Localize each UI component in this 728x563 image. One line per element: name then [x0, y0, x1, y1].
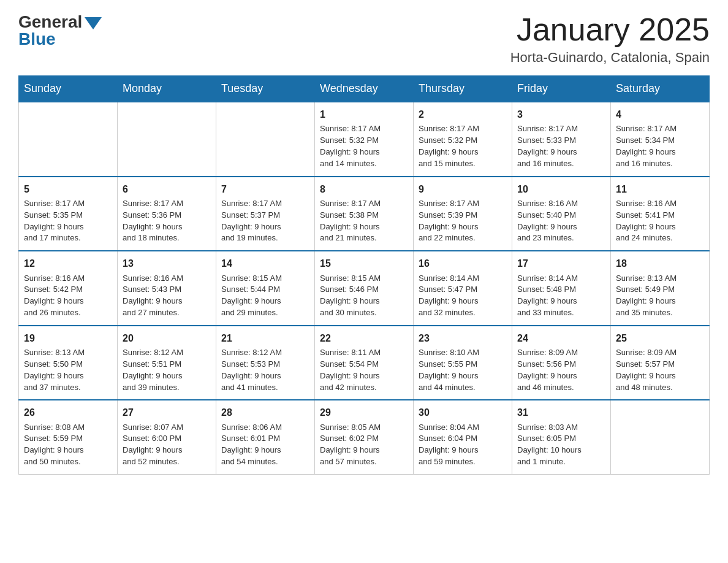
- weekday-header-friday: Friday: [512, 76, 611, 102]
- day-number: 18: [616, 256, 704, 270]
- day-info: Sunrise: 8:09 AMSunset: 5:57 PMDaylight:…: [616, 347, 704, 393]
- day-cell-20: 20Sunrise: 8:12 AMSunset: 5:51 PMDayligh…: [118, 326, 216, 400]
- day-cell-17: 17Sunrise: 8:14 AMSunset: 5:48 PMDayligh…: [512, 251, 611, 326]
- day-info: Sunrise: 8:06 AMSunset: 6:01 PMDaylight:…: [221, 422, 309, 468]
- day-info: Sunrise: 8:14 AMSunset: 5:48 PMDaylight:…: [517, 273, 605, 319]
- day-info: Sunrise: 8:17 AMSunset: 5:33 PMDaylight:…: [517, 123, 605, 169]
- day-number: 16: [419, 256, 507, 270]
- day-number: 4: [616, 107, 704, 121]
- day-info: Sunrise: 8:14 AMSunset: 5:47 PMDaylight:…: [419, 273, 507, 319]
- day-number: 10: [517, 182, 605, 196]
- weekday-header-monday: Monday: [118, 76, 216, 102]
- day-info: Sunrise: 8:17 AMSunset: 5:34 PMDaylight:…: [616, 123, 704, 169]
- day-info: Sunrise: 8:09 AMSunset: 5:56 PMDaylight:…: [517, 347, 605, 393]
- weekday-header-saturday: Saturday: [611, 76, 710, 102]
- day-number: 17: [517, 256, 605, 270]
- day-info: Sunrise: 8:17 AMSunset: 5:32 PMDaylight:…: [419, 123, 507, 169]
- day-info: Sunrise: 8:03 AMSunset: 6:05 PMDaylight:…: [517, 422, 605, 468]
- day-number: 22: [320, 331, 408, 345]
- day-number: 6: [123, 182, 211, 196]
- weekday-header-sunday: Sunday: [19, 76, 118, 102]
- day-info: Sunrise: 8:12 AMSunset: 5:51 PMDaylight:…: [123, 347, 211, 393]
- day-cell-19: 19Sunrise: 8:13 AMSunset: 5:50 PMDayligh…: [19, 326, 118, 400]
- title-block: January 2025 Horta-Guinardo, Catalonia, …: [510, 12, 710, 66]
- day-number: 30: [419, 405, 507, 419]
- weekday-header-thursday: Thursday: [414, 76, 512, 102]
- day-cell-2: 2Sunrise: 8:17 AMSunset: 5:32 PMDaylight…: [414, 102, 512, 177]
- day-cell-27: 27Sunrise: 8:07 AMSunset: 6:00 PMDayligh…: [118, 400, 216, 474]
- day-cell-28: 28Sunrise: 8:06 AMSunset: 6:01 PMDayligh…: [216, 400, 315, 474]
- day-number: 7: [221, 182, 309, 196]
- day-info: Sunrise: 8:16 AMSunset: 5:40 PMDaylight:…: [517, 198, 605, 244]
- day-cell-21: 21Sunrise: 8:12 AMSunset: 5:53 PMDayligh…: [216, 326, 315, 400]
- day-number: 12: [24, 256, 112, 270]
- week-row-5: 26Sunrise: 8:08 AMSunset: 5:59 PMDayligh…: [19, 400, 710, 474]
- day-number: 9: [419, 182, 507, 196]
- calendar-table: SundayMondayTuesdayWednesdayThursdayFrid…: [18, 75, 710, 475]
- day-cell-1: 1Sunrise: 8:17 AMSunset: 5:32 PMDaylight…: [315, 102, 414, 177]
- day-number: 25: [616, 331, 704, 345]
- day-info: Sunrise: 8:17 AMSunset: 5:39 PMDaylight:…: [419, 198, 507, 244]
- day-cell-12: 12Sunrise: 8:16 AMSunset: 5:42 PMDayligh…: [19, 251, 118, 326]
- day-cell-5: 5Sunrise: 8:17 AMSunset: 5:35 PMDaylight…: [19, 177, 118, 251]
- day-cell-18: 18Sunrise: 8:13 AMSunset: 5:49 PMDayligh…: [611, 251, 710, 326]
- page-header: General Blue January 2025 Horta-Guinardo…: [18, 12, 710, 66]
- day-info: Sunrise: 8:17 AMSunset: 5:32 PMDaylight:…: [320, 123, 408, 169]
- week-row-2: 5Sunrise: 8:17 AMSunset: 5:35 PMDaylight…: [19, 177, 710, 251]
- location-subtitle: Horta-Guinardo, Catalonia, Spain: [510, 50, 710, 66]
- day-info: Sunrise: 8:15 AMSunset: 5:44 PMDaylight:…: [221, 273, 309, 319]
- day-cell-31: 31Sunrise: 8:03 AMSunset: 6:05 PMDayligh…: [512, 400, 611, 474]
- week-row-4: 19Sunrise: 8:13 AMSunset: 5:50 PMDayligh…: [19, 326, 710, 400]
- day-cell-14: 14Sunrise: 8:15 AMSunset: 5:44 PMDayligh…: [216, 251, 315, 326]
- day-number: 13: [123, 256, 211, 270]
- day-cell-6: 6Sunrise: 8:17 AMSunset: 5:36 PMDaylight…: [118, 177, 216, 251]
- day-cell-25: 25Sunrise: 8:09 AMSunset: 5:57 PMDayligh…: [611, 326, 710, 400]
- week-row-3: 12Sunrise: 8:16 AMSunset: 5:42 PMDayligh…: [19, 251, 710, 326]
- day-info: Sunrise: 8:15 AMSunset: 5:46 PMDaylight:…: [320, 273, 408, 319]
- logo: General Blue: [18, 12, 102, 49]
- week-row-1: 1Sunrise: 8:17 AMSunset: 5:32 PMDaylight…: [19, 102, 710, 177]
- day-number: 23: [419, 331, 507, 345]
- weekday-header-wednesday: Wednesday: [315, 76, 414, 102]
- empty-cell: [118, 102, 216, 177]
- day-cell-4: 4Sunrise: 8:17 AMSunset: 5:34 PMDaylight…: [611, 102, 710, 177]
- day-number: 31: [517, 405, 605, 419]
- day-number: 26: [24, 405, 112, 419]
- day-cell-8: 8Sunrise: 8:17 AMSunset: 5:38 PMDaylight…: [315, 177, 414, 251]
- empty-cell: [611, 400, 710, 474]
- day-number: 21: [221, 331, 309, 345]
- day-info: Sunrise: 8:16 AMSunset: 5:41 PMDaylight:…: [616, 198, 704, 244]
- weekday-header-tuesday: Tuesday: [216, 76, 315, 102]
- day-info: Sunrise: 8:13 AMSunset: 5:49 PMDaylight:…: [616, 273, 704, 319]
- day-number: 28: [221, 405, 309, 419]
- day-number: 1: [320, 107, 408, 121]
- day-cell-15: 15Sunrise: 8:15 AMSunset: 5:46 PMDayligh…: [315, 251, 414, 326]
- weekday-header-row: SundayMondayTuesdayWednesdayThursdayFrid…: [19, 76, 710, 102]
- day-cell-11: 11Sunrise: 8:16 AMSunset: 5:41 PMDayligh…: [611, 177, 710, 251]
- day-info: Sunrise: 8:17 AMSunset: 5:37 PMDaylight:…: [221, 198, 309, 244]
- day-info: Sunrise: 8:17 AMSunset: 5:35 PMDaylight:…: [24, 198, 112, 244]
- empty-cell: [216, 102, 315, 177]
- day-info: Sunrise: 8:17 AMSunset: 5:36 PMDaylight:…: [123, 198, 211, 244]
- day-info: Sunrise: 8:13 AMSunset: 5:50 PMDaylight:…: [24, 347, 112, 393]
- day-cell-9: 9Sunrise: 8:17 AMSunset: 5:39 PMDaylight…: [414, 177, 512, 251]
- day-number: 8: [320, 182, 408, 196]
- day-number: 15: [320, 256, 408, 270]
- day-info: Sunrise: 8:05 AMSunset: 6:02 PMDaylight:…: [320, 422, 408, 468]
- day-cell-26: 26Sunrise: 8:08 AMSunset: 5:59 PMDayligh…: [19, 400, 118, 474]
- day-number: 19: [24, 331, 112, 345]
- day-info: Sunrise: 8:12 AMSunset: 5:53 PMDaylight:…: [221, 347, 309, 393]
- day-number: 29: [320, 405, 408, 419]
- day-info: Sunrise: 8:16 AMSunset: 5:42 PMDaylight:…: [24, 273, 112, 319]
- day-cell-22: 22Sunrise: 8:11 AMSunset: 5:54 PMDayligh…: [315, 326, 414, 400]
- day-number: 3: [517, 107, 605, 121]
- day-info: Sunrise: 8:17 AMSunset: 5:38 PMDaylight:…: [320, 198, 408, 244]
- day-cell-13: 13Sunrise: 8:16 AMSunset: 5:43 PMDayligh…: [118, 251, 216, 326]
- day-number: 14: [221, 256, 309, 270]
- day-number: 11: [616, 182, 704, 196]
- month-title: January 2025: [510, 12, 710, 47]
- day-cell-10: 10Sunrise: 8:16 AMSunset: 5:40 PMDayligh…: [512, 177, 611, 251]
- day-info: Sunrise: 8:11 AMSunset: 5:54 PMDaylight:…: [320, 347, 408, 393]
- day-cell-3: 3Sunrise: 8:17 AMSunset: 5:33 PMDaylight…: [512, 102, 611, 177]
- logo-triangle-icon: [85, 17, 102, 29]
